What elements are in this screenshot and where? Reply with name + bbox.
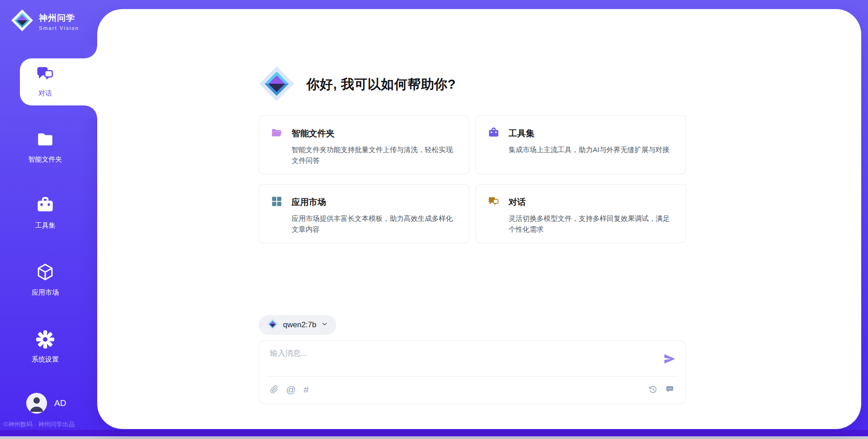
composer-toolbar: @ # xyxy=(270,382,675,396)
folder-icon xyxy=(36,130,55,150)
model-selector[interactable]: qwen2:7b xyxy=(259,315,336,335)
card-chat[interactable]: 对话 灵活切换多模型文件，支持多样回复效果调试，满足个性化需求 xyxy=(476,184,686,243)
user-profile[interactable]: AD xyxy=(26,393,66,414)
sidebar-item-label: 工具集 xyxy=(35,221,56,230)
card-toolset[interactable]: 工具集 集成市场上主流工具，助力AI与外界无缝扩展与对接 xyxy=(476,115,686,174)
app-root: 神州问学 Smart Vision 对话 xyxy=(0,0,868,439)
bottom-strip-dark xyxy=(0,430,868,436)
greeting-title: 你好, 我可以如何帮助你? xyxy=(307,76,456,94)
message-input[interactable] xyxy=(270,348,641,373)
tab-fillet-bottom xyxy=(85,105,97,118)
chat-bubbles-icon xyxy=(36,64,55,85)
copyright-text: ©神州数码 · 神州问学出品 xyxy=(4,420,75,429)
user-name: AD xyxy=(54,398,66,408)
sidebar-item-toolset[interactable]: 工具集 xyxy=(0,196,90,230)
card-title: 智能文件夹 xyxy=(292,128,335,139)
mention-icon[interactable]: @ xyxy=(286,385,296,394)
send-icon[interactable] xyxy=(663,353,676,365)
app-subtitle: Smart Vision xyxy=(39,25,79,31)
message-composer: @ # xyxy=(259,340,686,404)
card-title: 工具集 xyxy=(509,128,534,139)
sidebar-item-smart-folder[interactable]: 智能文件夹 xyxy=(0,130,90,164)
toolbox-icon xyxy=(488,127,500,140)
sidebar-item-settings[interactable]: 系统设置 xyxy=(0,330,90,364)
greeting-block: 你好, 我可以如何帮助你? xyxy=(259,66,456,104)
diamond-logo-icon xyxy=(259,66,295,104)
blocks-icon xyxy=(271,196,283,209)
card-description: 应用市场提供丰富长文本模板，助力高效生成多样化文章内容 xyxy=(292,213,457,235)
history-icon[interactable] xyxy=(648,385,658,394)
bottom-strip-light xyxy=(0,436,868,439)
sidebar-item-label: 智能文件夹 xyxy=(28,155,62,164)
composer-divider xyxy=(267,376,678,377)
cube-icon xyxy=(36,262,55,283)
card-description: 灵活切换多模型文件，支持多样回复效果调试，满足个性化需求 xyxy=(509,213,674,235)
chat-bubbles-icon xyxy=(488,196,500,209)
diamond-logo-icon xyxy=(11,9,33,33)
sidebar: 神州问学 Smart Vision 对话 xyxy=(0,0,97,430)
diamond-logo-icon xyxy=(267,318,278,332)
model-name: qwen2:7b xyxy=(283,320,316,329)
feature-cards: 智能文件夹 智能文件夹功能支持批量文件上传与清洗，轻松实现文件问答 工具集 集成… xyxy=(259,115,686,243)
open-folder-icon xyxy=(271,127,283,140)
paperclip-icon[interactable] xyxy=(270,385,278,394)
sidebar-item-label: 对话 xyxy=(38,89,52,98)
avatar xyxy=(26,393,47,414)
sidebar-item-label: 应用市场 xyxy=(32,288,59,297)
sidebar-item-chat[interactable]: 对话 xyxy=(20,58,98,105)
app-name: 神州问学 xyxy=(39,12,79,24)
chevron-down-icon xyxy=(321,320,328,329)
toolbox-icon xyxy=(36,196,55,216)
sidebar-item-label: 系统设置 xyxy=(32,355,59,364)
tab-fillet-top xyxy=(85,46,97,58)
hashtag-icon[interactable]: # xyxy=(303,385,309,394)
person-icon xyxy=(26,407,47,414)
card-app-market[interactable]: 应用市场 应用市场提供丰富长文本模板，助力高效生成多样化文章内容 xyxy=(259,184,469,243)
card-title: 对话 xyxy=(509,196,526,208)
chat-bubble-icon[interactable] xyxy=(665,385,675,394)
card-smart-folder[interactable]: 智能文件夹 智能文件夹功能支持批量文件上传与清洗，轻松实现文件问答 xyxy=(259,115,469,174)
card-description: 智能文件夹功能支持批量文件上传与清洗，轻松实现文件问答 xyxy=(292,144,457,166)
card-description: 集成市场上主流工具，助力AI与外界无缝扩展与对接 xyxy=(509,144,674,155)
app-logo: 神州问学 Smart Vision xyxy=(11,9,79,33)
card-title: 应用市场 xyxy=(292,196,326,208)
sidebar-item-app-market[interactable]: 应用市场 xyxy=(0,262,90,297)
gear-icon xyxy=(36,330,54,350)
